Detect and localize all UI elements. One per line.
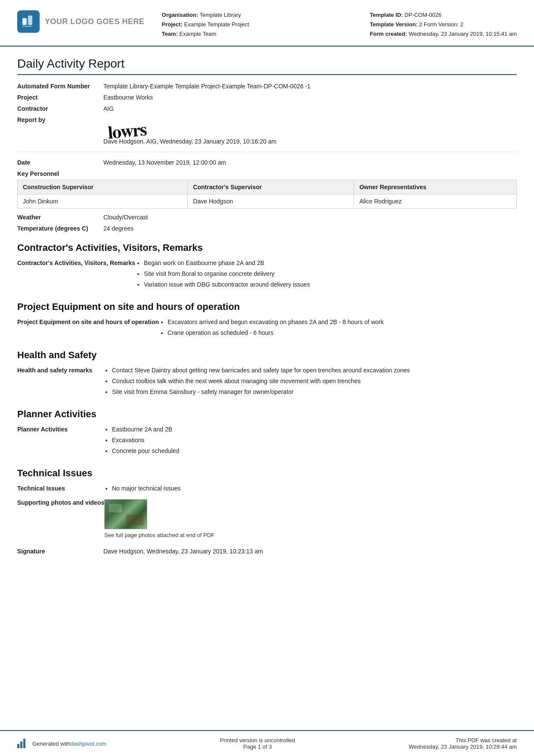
date-value: Wednesday, 13 November 2019, 12:00:00 am: [103, 159, 517, 166]
signature-row: Signature Dave Hodgson, Wednesday, 23 Ja…: [17, 548, 517, 555]
template-id-label: Template ID:: [370, 12, 403, 18]
personnel-header-row: Construction Supervisor Contractor's Sup…: [18, 180, 517, 194]
technical-issues-list: No major technical issues: [103, 484, 517, 495]
weather-label: Weather: [17, 214, 103, 221]
template-version-value: 2 Form Version: 2: [419, 21, 463, 28]
footer-right: This PDF was created at Wednesday, 23 Ja…: [409, 737, 517, 750]
project-row: Project Eastbourne Works: [17, 94, 517, 101]
signature-value: Dave Hodgson, Wednesday, 23 January 2019…: [103, 548, 517, 555]
report-by-label: Report by: [17, 116, 103, 123]
photo-thumbnail: [104, 499, 147, 529]
project-label: Project: [17, 94, 103, 101]
date-row: Date Wednesday, 13 November 2019, 12:00:…: [17, 159, 517, 166]
date-label: Date: [17, 159, 103, 166]
health-safety-list: Contact Steve Daintry about getting new …: [103, 366, 517, 398]
weather-value: Cloudy/Overcast: [103, 214, 517, 221]
key-personnel-title: Key Personnel: [17, 170, 517, 177]
footer: Generated with dashpivot.com Printed ver…: [0, 730, 534, 756]
contractors-activities-label: Contractor's Activities, Visitors, Remar…: [17, 259, 135, 266]
project-value: Example Template Project: [184, 21, 249, 28]
planner-label: Planner Activities: [17, 425, 103, 433]
logo-icon: [17, 10, 40, 33]
planner-row: Planner Activities Eastbourne 2A and 2B …: [17, 425, 517, 457]
contractors-activities-header: Contractor's Activities, Visitors, Remar…: [17, 242, 517, 253]
weather-row: Weather Cloudy/Overcast: [17, 214, 517, 221]
uncontrolled-text: Printed version is uncontrolled: [220, 737, 295, 744]
contractor-label: Contractor: [17, 105, 103, 112]
planner-header: Planner Activities: [17, 409, 517, 420]
technical-issues-row: Technical Issues No major technical issu…: [17, 484, 517, 495]
form-created-label: Form created:: [370, 31, 407, 37]
automated-form-value: Template Library-Example Template Projec…: [103, 83, 517, 90]
contractors-activities-row: Contractor's Activities, Visitors, Remar…: [17, 259, 517, 291]
header-right: Template ID: DP-COM-0026 Template Versio…: [370, 10, 517, 39]
col-owner-representatives: Owner Representatives: [354, 180, 517, 194]
signature-drawing: 𝐥𝐨𝐰𝐫𝐬: [103, 109, 277, 142]
list-item: Excavations: [112, 436, 517, 445]
list-item: Site visit from Boral to organise concre…: [144, 269, 517, 278]
team-value: Example Team: [179, 31, 216, 37]
org-value: Template Library: [199, 12, 241, 18]
form-created-value: Wednesday, 23 January 2019, 10:15:41 am: [409, 31, 517, 37]
content: Daily Activity Report Automated Form Num…: [0, 47, 534, 756]
divider-1: [17, 152, 517, 152]
equipment-row: Project Equipment on site and hours of o…: [17, 318, 517, 339]
bar-2: [20, 741, 22, 748]
bar-1: [17, 744, 19, 748]
bar-3: [23, 739, 25, 748]
report-title: Daily Activity Report: [17, 57, 517, 75]
svg-rect-2: [22, 26, 32, 27]
page-text: Page 1 of 3: [220, 744, 295, 750]
photo-caption: See full page photos attached at end of …: [104, 532, 517, 538]
temperature-row: Temperature (degrees C) 24 degrees: [17, 225, 517, 232]
header-meta: Organisation: Template Library Project: …: [162, 10, 370, 39]
planner-list: Eastbourne 2A and 2B Excavations Concret…: [103, 425, 517, 457]
report-by-content: 𝐥𝐨𝐰𝐫𝐬 Dave Hodgson, AIG, Wednesday, 23 J…: [103, 116, 276, 145]
page: YOUR LOGO GOES HERE Organisation: Templa…: [0, 0, 534, 756]
logo-area: YOUR LOGO GOES HERE: [17, 10, 145, 33]
dashpivot-link[interactable]: dashpivot.com: [70, 740, 106, 747]
org-label: Organisation:: [162, 12, 199, 18]
list-item: Variation issue with DBG subcontractor a…: [144, 280, 517, 289]
generated-text: Generated with: [32, 740, 70, 747]
contractors-supervisor-value: Dave Hodgson: [188, 194, 354, 209]
equipment-label: Project Equipment on site and hours of o…: [17, 318, 159, 325]
photos-row: Supporting photos and videos See full pa…: [17, 499, 517, 544]
personnel-data-row: John Dinkum Dave Hodgson Alice Rodriguez: [18, 194, 517, 209]
logo-svg: [21, 14, 36, 29]
photos-label: Supporting photos and videos: [17, 499, 104, 506]
health-safety-label: Health and safety remarks: [17, 366, 103, 374]
temperature-value: 24 degrees: [103, 225, 517, 232]
health-safety-header: Health and Safety: [17, 350, 517, 361]
list-item: Conduct toolbox talk within the next wee…: [112, 377, 517, 386]
team-label: Team:: [162, 31, 178, 37]
temperature-label: Temperature (degrees C): [17, 225, 103, 232]
contractors-activities-list: Began work on Eastbourne phase 2A and 2B…: [135, 259, 517, 291]
list-item: No major technical issues: [112, 484, 517, 493]
footer-logo: [17, 739, 29, 748]
svg-rect-1: [28, 16, 32, 25]
project-value: Eastbourne Works: [103, 94, 517, 101]
logo-text: YOUR LOGO GOES HERE: [45, 17, 145, 26]
svg-rect-0: [22, 18, 27, 25]
photos-content: See full page photos attached at end of …: [104, 499, 517, 544]
list-item: Began work on Eastbourne phase 2A and 2B: [144, 259, 517, 268]
contractor-value: AIG: [103, 105, 517, 112]
col-construction-supervisor: Construction Supervisor: [18, 180, 188, 194]
list-item: Site visit from Emma Sainsbury - safety …: [112, 387, 517, 397]
list-item: Concrete pour scheduled: [112, 447, 517, 456]
footer-logo-bars: [17, 739, 26, 748]
footer-left: Generated with dashpivot.com: [17, 739, 106, 748]
header: YOUR LOGO GOES HERE Organisation: Templa…: [0, 0, 534, 47]
technical-issues-header: Technical Issues: [17, 468, 517, 479]
pdf-created-text: This PDF was created at: [409, 737, 517, 744]
automated-form-label: Automated Form Number: [17, 83, 103, 90]
construction-supervisor-value: John Dinkum: [18, 194, 188, 209]
report-by-row: Report by 𝐥𝐨𝐰𝐫𝐬 Dave Hodgson, AIG, Wedne…: [17, 116, 517, 145]
automated-form-row: Automated Form Number Template Library-E…: [17, 83, 517, 90]
key-personnel-section: Key Personnel Construction Supervisor Co…: [17, 170, 517, 209]
col-contractors-supervisor: Contractor's Supervisor: [188, 180, 354, 194]
equipment-list: Excavators arrived and begun excavating …: [159, 318, 517, 339]
personnel-table: Construction Supervisor Contractor's Sup…: [17, 180, 517, 209]
health-safety-row: Health and safety remarks Contact Steve …: [17, 366, 517, 398]
